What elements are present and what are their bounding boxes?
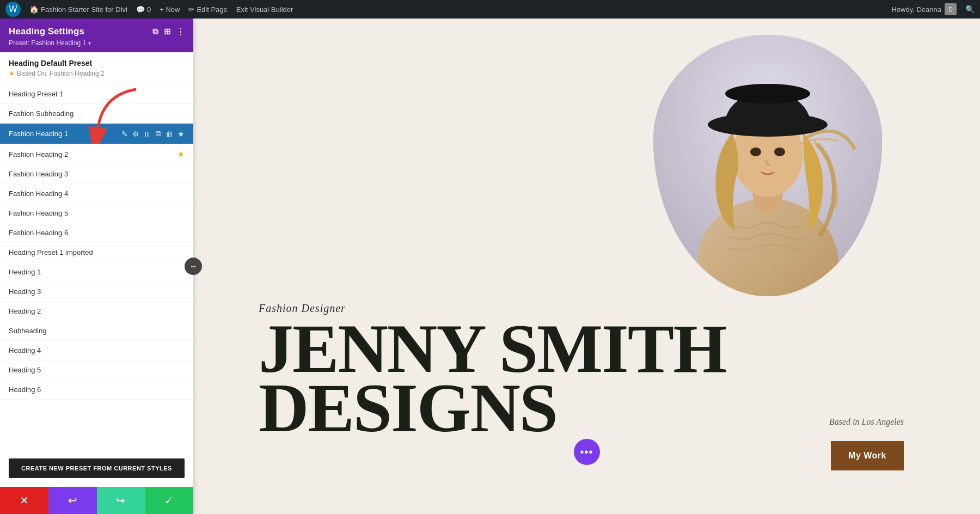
copy-icon[interactable]: ⧉ bbox=[152, 27, 158, 36]
preset-item-name: Heading Preset 1 imported bbox=[9, 248, 185, 256]
preset-item-name: Heading 1 bbox=[9, 268, 185, 276]
duplicate-icon[interactable]: ⧉ bbox=[156, 129, 161, 138]
preset-item-fashion-subheading[interactable]: Fashion Subheading bbox=[0, 104, 193, 124]
wp-logo-icon[interactable]: W bbox=[5, 2, 21, 17]
redo-button[interactable]: ↪ bbox=[97, 487, 145, 514]
preset-item-heading-preset-1-imported[interactable]: Heading Preset 1 imported bbox=[0, 243, 193, 262]
panel-resize-handle[interactable]: ↔ bbox=[185, 258, 202, 275]
preset-item-name: Fashion Subheading bbox=[9, 109, 185, 118]
edit-icon[interactable]: ✎ bbox=[121, 130, 128, 138]
site-icon: 🏠 bbox=[29, 5, 39, 14]
comment-icon: 💬 bbox=[136, 5, 145, 14]
chevron-down-icon: ▾ bbox=[88, 40, 91, 46]
hero-image-container bbox=[653, 35, 882, 296]
my-work-button[interactable]: My Work bbox=[831, 441, 904, 470]
panel-title: Heading Settings ⧉ ⊞ ⋮ bbox=[9, 26, 185, 37]
page-preview: Fashion Designer JENNY SMITH DESIGNS Bas… bbox=[193, 19, 980, 514]
panel-header: Heading Settings ⧉ ⊞ ⋮ Preset: Fashion H… bbox=[0, 19, 193, 52]
hero-figure bbox=[653, 35, 882, 296]
preset-item-heading-preset-1[interactable]: Heading Preset 1 bbox=[0, 84, 193, 104]
star-icon: ★ bbox=[9, 70, 15, 77]
preset-item-heading-2[interactable]: Heading 2 bbox=[0, 302, 193, 321]
undo-button[interactable]: ↩ bbox=[48, 487, 97, 514]
comment-number: 0 bbox=[147, 5, 151, 14]
preset-item-fashion-heading-3[interactable]: Fashion Heading 3 bbox=[0, 164, 193, 184]
hero-main-title: JENNY SMITH DESIGNS bbox=[259, 319, 726, 438]
preset-item-name: Heading 5 bbox=[9, 366, 185, 374]
preset-item-fashion-heading-6[interactable]: Fashion Heading 6 bbox=[0, 223, 193, 243]
svg-point-7 bbox=[725, 84, 810, 103]
preset-item-heading-5[interactable]: Heading 5 bbox=[0, 360, 193, 380]
preset-item-name: Fashion Heading 6 bbox=[9, 229, 185, 237]
star-icon[interactable]: ★ bbox=[177, 150, 185, 158]
site-name-text: Fashion Starter Site for Divi bbox=[41, 5, 127, 14]
save-button[interactable]: ✓ bbox=[145, 487, 193, 514]
preset-item-name: Subheading bbox=[9, 327, 185, 335]
avatar: D bbox=[945, 3, 957, 15]
hero-section: Fashion Designer JENNY SMITH DESIGNS Bas… bbox=[193, 19, 980, 514]
settings-icon[interactable]: ⚙ bbox=[132, 130, 139, 138]
default-preset-title: Heading Default Preset bbox=[9, 59, 185, 68]
preset-item-heading-6[interactable]: Heading 6 bbox=[0, 380, 193, 400]
split-icon[interactable]: ⫼ bbox=[144, 130, 151, 138]
preset-list: Heading Default Preset ★ Based On: Fashi… bbox=[0, 52, 193, 450]
exit-visual-builder-button[interactable]: Exit Visual Builder bbox=[236, 5, 293, 14]
grid-icon[interactable]: ⊞ bbox=[164, 27, 171, 36]
preset-item-heading-4[interactable]: Heading 4 bbox=[0, 341, 193, 360]
comment-count[interactable]: 💬 0 bbox=[136, 5, 151, 14]
hero-text-area: Fashion Designer JENNY SMITH DESIGNS bbox=[259, 302, 726, 438]
based-on-label: ★ Based On: Fashion Heading 2 bbox=[9, 70, 185, 77]
preset-item-name: Heading 2 bbox=[9, 307, 185, 315]
preset-item-name: Heading Preset 1 bbox=[9, 90, 185, 98]
main-layout: Heading Settings ⧉ ⊞ ⋮ Preset: Fashion H… bbox=[0, 0, 980, 514]
cancel-button[interactable]: ✕ bbox=[0, 487, 48, 514]
new-button[interactable]: + New bbox=[160, 5, 180, 14]
preset-item-name: Fashion Heading 3 bbox=[9, 170, 185, 178]
admin-search-icon[interactable]: 🔍 bbox=[965, 5, 975, 14]
preset-item-fashion-heading-5[interactable]: Fashion Heading 5 bbox=[0, 204, 193, 223]
preset-item-name: Fashion Heading 2 bbox=[9, 150, 177, 158]
preset-item-name: Heading 6 bbox=[9, 386, 185, 394]
delete-icon[interactable]: 🗑 bbox=[166, 130, 173, 138]
preset-item-fashion-heading-2[interactable]: Fashion Heading 2 ★ bbox=[0, 144, 193, 164]
wp-admin-bar: W 🏠 Fashion Starter Site for Divi 💬 0 + … bbox=[0, 0, 980, 19]
bottom-toolbar: ✕ ↩ ↪ ✓ bbox=[0, 487, 193, 514]
user-greeting[interactable]: Howdy, Deanna D bbox=[891, 3, 957, 15]
preset-item-heading-3[interactable]: Heading 3 bbox=[0, 282, 193, 302]
preset-subtitle[interactable]: Preset: Fashion Heading 1 ▾ bbox=[9, 39, 185, 47]
preset-item-actions: ✎ ⚙ ⫼ ⧉ 🗑 ★ bbox=[121, 129, 185, 138]
site-name[interactable]: 🏠 Fashion Starter Site for Divi bbox=[29, 5, 127, 14]
based-in-text: Based in Los Angeles bbox=[829, 417, 904, 427]
svg-point-9 bbox=[774, 148, 785, 156]
edit-icon: ✏ bbox=[188, 5, 194, 14]
heading-settings-panel: Heading Settings ⧉ ⊞ ⋮ Preset: Fashion H… bbox=[0, 19, 193, 514]
preset-items-container: Heading Preset 1 Fashion Subheading Fash… bbox=[0, 84, 193, 400]
star-icon[interactable]: ★ bbox=[177, 130, 185, 138]
fab-button[interactable]: ••• bbox=[574, 439, 600, 465]
preset-item-subheading[interactable]: Subheading bbox=[0, 321, 193, 341]
panel-header-icons: ⧉ ⊞ ⋮ bbox=[152, 27, 185, 36]
preset-item-name: Fashion Heading 5 bbox=[9, 209, 185, 217]
edit-page-button[interactable]: ✏ Edit Page bbox=[188, 5, 227, 14]
preset-item-name: Fashion Heading 1 bbox=[9, 130, 121, 138]
preset-item-fashion-heading-4[interactable]: Fashion Heading 4 bbox=[0, 184, 193, 204]
preset-item-name: Heading 4 bbox=[9, 346, 185, 354]
svg-point-8 bbox=[750, 148, 761, 156]
hero-image-circle bbox=[653, 35, 882, 296]
more-menu-icon[interactable]: ⋮ bbox=[176, 27, 185, 36]
preset-item-name: Fashion Heading 4 bbox=[9, 189, 185, 198]
preset-item-name: Heading 3 bbox=[9, 287, 185, 296]
hero-title-line2: DESIGNS bbox=[259, 378, 726, 438]
preset-item-heading-1[interactable]: Heading 1 bbox=[0, 262, 193, 282]
create-preset-button[interactable]: CREATE NEW PRESET FROM CURRENT STYLES bbox=[9, 458, 185, 478]
default-preset-section: Heading Default Preset ★ Based On: Fashi… bbox=[0, 52, 193, 84]
preset-item-fashion-heading-1[interactable]: Fashion Heading 1 ✎ ⚙ ⫼ ⧉ 🗑 ★ bbox=[0, 124, 193, 144]
